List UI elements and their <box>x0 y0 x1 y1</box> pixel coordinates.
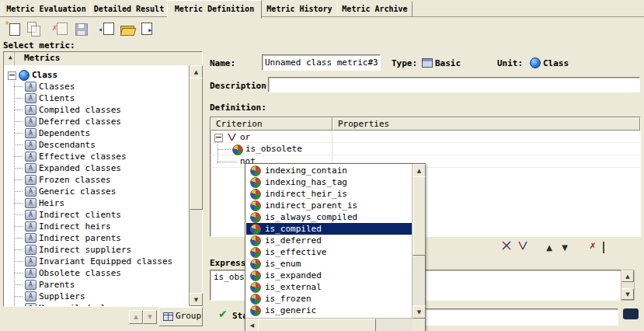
collapse-box-icon[interactable] <box>214 134 223 142</box>
tree-item-label: Classes <box>39 81 75 92</box>
tree-item-label: Indirect heirs <box>39 221 111 232</box>
new-metric-button[interactable]: ★ <box>5 19 23 38</box>
name-input[interactable] <box>263 55 380 70</box>
move-criterion-down-icon[interactable]: ▼ <box>558 241 572 253</box>
criteria-list[interactable]: indexing_contain indexing_has_tag indire… <box>246 165 413 319</box>
tab-detailed-result[interactable]: Detailed Result <box>90 2 168 16</box>
tree-item-label: Invariant Equipped classes <box>39 256 172 267</box>
criteria-item-label: indexing_has_tag <box>265 177 347 187</box>
criterion-icon <box>250 282 261 293</box>
star-icon: ★ <box>5 17 10 27</box>
dropdown-hscrollbar[interactable]: ◀ <box>245 318 413 331</box>
criterion-icon <box>250 247 261 258</box>
arrow-in-icon: ◂ <box>98 25 103 33</box>
scroll-down-icon[interactable]: ▼ <box>413 305 426 319</box>
criteria-item-label: is_external <box>265 282 322 292</box>
folder-front-icon <box>120 28 137 36</box>
move-metric-down-button[interactable]: ▼ <box>143 310 157 324</box>
group-icon <box>163 312 173 321</box>
delete-metric-button[interactable]: ✗ <box>51 19 70 38</box>
criteria-item[interactable]: is_expanded <box>246 270 413 281</box>
criterion-row-is-obsolete[interactable]: is_obsolete <box>245 144 302 154</box>
criterion-row-or[interactable]: or <box>240 132 250 142</box>
export-metrics-button[interactable]: ▸ <box>138 19 157 38</box>
metric-icon: A <box>25 303 37 306</box>
or-criterion-icon[interactable] <box>517 241 531 253</box>
criteria-item[interactable]: is_effective <box>246 246 413 258</box>
unit-value: Class <box>543 58 569 68</box>
tree-header-label: Metrics <box>24 53 60 63</box>
criterion-icon <box>250 177 261 188</box>
scroll-thumb[interactable] <box>258 319 376 331</box>
open-metrics-button[interactable] <box>118 19 137 38</box>
tab-metric-archive[interactable]: Metric Archive <box>337 2 413 16</box>
scroll-left-icon[interactable]: ◀ <box>245 319 259 331</box>
criteria-item-label: is_always_compiled <box>265 212 357 222</box>
criteria-dropdown[interactable]: indexing_contain indexing_has_tag indire… <box>245 163 426 331</box>
tree-header[interactable]: ▲ Metrics <box>4 52 202 66</box>
scroll-thumb[interactable] <box>190 78 203 210</box>
criterion-icon <box>250 259 261 270</box>
group-toggle-button[interactable]: Group <box>158 307 203 326</box>
class-unit-icon <box>19 70 30 81</box>
criterion-icon <box>250 224 261 235</box>
criteria-item[interactable]: is_external <box>246 281 413 293</box>
select-metric-label: Select metric: <box>3 40 75 51</box>
criteria-item[interactable]: indirect_heir_is <box>246 188 413 200</box>
name-label: Name: <box>210 58 235 68</box>
page-icon <box>31 26 40 37</box>
metric-icon: A <box>25 198 37 208</box>
scroll-down-icon[interactable]: ▼ <box>621 288 634 300</box>
scroll-thumb[interactable] <box>413 176 426 256</box>
dropdown-vscrollbar[interactable]: ▲ ▼ <box>412 164 425 319</box>
import-metrics-button[interactable]: ◂ <box>98 19 117 38</box>
tree-item-label: Obsolete classes <box>39 267 121 279</box>
criteria-item-label: is_enum <box>265 259 301 269</box>
criteria-item[interactable]: is_frozen <box>246 293 413 305</box>
description-label: Description: <box>210 81 271 91</box>
metric-icon: A <box>25 140 37 150</box>
tab-metric-evaluation[interactable]: Metric Evaluation <box>2 2 91 16</box>
criteria-item[interactable]: is_generic <box>246 305 413 316</box>
scroll-up-icon[interactable]: ▲ <box>413 164 426 177</box>
tree-item-label: Frozen classes <box>39 174 111 186</box>
description-field-frame <box>268 77 640 92</box>
page-icon <box>103 23 114 35</box>
erase-definition-icon[interactable] <box>603 242 604 253</box>
expression-scrollbar[interactable]: ▲ ▼ <box>621 270 635 301</box>
description-input[interactable] <box>269 78 639 92</box>
save-metric-button[interactable] <box>71 19 90 38</box>
properties-column-header[interactable]: Properties <box>332 117 640 131</box>
criteria-item[interactable]: is_enum <box>246 258 413 270</box>
criterion-column-header[interactable]: Criterion <box>211 117 332 131</box>
copy-metric-button[interactable] <box>25 19 44 38</box>
and-criterion-icon[interactable] <box>501 241 515 253</box>
criteria-item-label: indirect_heir_is <box>265 189 347 199</box>
tree-item-label: Expanded classes <box>39 162 121 174</box>
tree-item-label: Suppliers <box>39 291 85 302</box>
tab-metric-history[interactable]: Metric History <box>261 2 338 16</box>
delete-criterion-icon[interactable]: ✗ <box>586 239 600 252</box>
collapse-box-icon[interactable] <box>8 71 16 80</box>
criteria-item[interactable]: indexing_has_tag <box>246 176 413 188</box>
tab-metric-definition[interactable]: Metric Definition <box>167 0 262 19</box>
tree-scrollbar[interactable]: ▲ ▼ <box>189 65 202 306</box>
tree-item-label: Parents <box>39 279 75 291</box>
criteria-item-selected[interactable]: is_compiled <box>246 223 413 235</box>
delete-x-icon: ✗ <box>52 23 57 33</box>
criteria-item[interactable]: indirect_parent_is <box>246 200 413 211</box>
move-metric-up-button[interactable]: ▲ <box>129 310 143 324</box>
scroll-up-icon[interactable]: ▲ <box>190 65 203 78</box>
scroll-down-icon[interactable]: ▼ <box>190 293 203 306</box>
scroll-up-icon[interactable]: ▲ <box>621 270 634 282</box>
criteria-item[interactable]: is_deferred <box>246 235 413 246</box>
metric-icon: A <box>25 82 37 92</box>
metric-icon: A <box>25 210 37 220</box>
criteria-item[interactable]: is_always_compiled <box>246 211 413 223</box>
tree-item-label: Uncompiled classes <box>39 302 131 306</box>
criteria-item[interactable]: indexing_contain <box>246 165 413 176</box>
metric-icon: A <box>25 152 37 162</box>
comment-bubble-icon[interactable] <box>623 308 639 319</box>
move-criterion-up-icon[interactable]: ▲ <box>542 241 556 253</box>
metric-tree[interactable]: Class AClasses AClients ACompiled classe… <box>4 65 190 306</box>
